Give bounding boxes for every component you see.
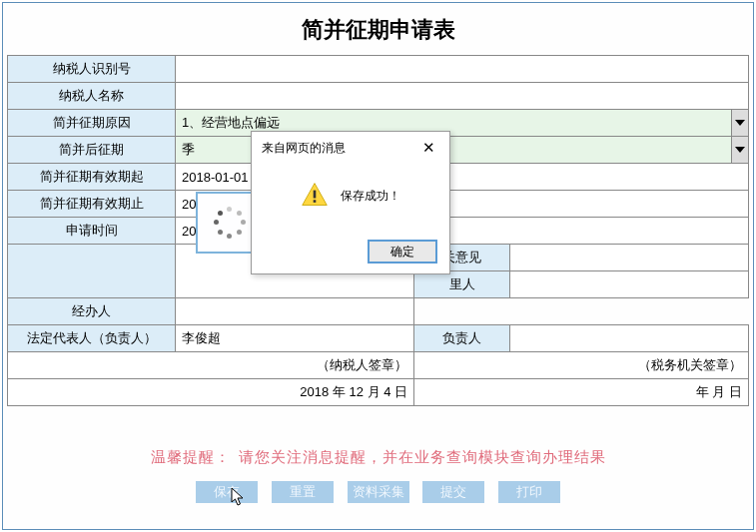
legal-rep-label: 法定代表人（负责人）	[8, 325, 176, 352]
left-date: 2018 年 12 月 4 日	[8, 379, 414, 406]
taxpayer-id-label: 纳税人识别号	[8, 56, 176, 83]
period-label: 简并后征期	[8, 137, 176, 164]
dialog-message: 保存成功！	[341, 188, 400, 205]
reminder-text: 请您关注消息提醒，并在业务查询模块查询办理结果	[239, 448, 606, 465]
reason-label: 简并征期原因	[8, 110, 176, 137]
right-date: 年 月 日	[414, 379, 749, 406]
apply-time-label: 申请时间	[8, 218, 176, 245]
legal-rep-value: 李俊超	[176, 325, 414, 352]
svg-rect-1	[314, 191, 317, 199]
reminder: 温馨提醒：请您关注消息提醒，并在业务查询模块查询办理结果	[7, 448, 749, 467]
chevron-down-icon[interactable]	[731, 110, 748, 136]
reset-button[interactable]: 重置	[272, 481, 334, 503]
reminder-label: 温馨提醒：	[151, 448, 231, 465]
valid-from-label: 简并征期有效期起	[8, 164, 176, 191]
collect-button[interactable]: 资料采集	[348, 481, 409, 503]
tax-org-stamp: （税务机关签章）	[414, 352, 749, 379]
approver-label: 里人	[414, 271, 510, 298]
button-row: 保存 重置 资料采集 提交 打印	[7, 481, 749, 503]
warning-icon	[301, 181, 329, 212]
ok-button[interactable]: 确定	[368, 240, 437, 264]
handler-value	[176, 298, 414, 325]
svg-rect-2	[314, 200, 317, 203]
responsible-value	[510, 325, 749, 352]
taxpayer-name-label: 纳税人名称	[8, 83, 176, 110]
approver-value	[510, 271, 749, 298]
spinner-icon	[214, 207, 246, 239]
taxpayer-stamp: （纳税人签章）	[8, 352, 414, 379]
alert-dialog: 来自网页的消息 ✕ 保存成功！ 确定	[251, 131, 450, 274]
period-value: 季	[182, 142, 195, 157]
handler-label: 经办人	[8, 298, 176, 325]
reason-value: 1、经营地点偏远	[182, 115, 280, 130]
opinion-right-value	[510, 245, 749, 271]
dialog-title: 来自网页的消息	[262, 140, 346, 157]
page-title: 简并征期申请表	[7, 7, 749, 55]
responsible-label: 负责人	[414, 325, 510, 352]
submit-button[interactable]: 提交	[422, 481, 484, 503]
opinion-area	[8, 245, 176, 298]
taxpayer-id-value[interactable]	[176, 56, 749, 83]
print-button[interactable]: 打印	[498, 481, 560, 503]
chevron-down-icon[interactable]	[731, 137, 748, 163]
close-icon[interactable]: ✕	[418, 139, 439, 157]
save-button[interactable]: 保存	[196, 481, 258, 503]
valid-to-label: 简并征期有效期止	[8, 191, 176, 218]
taxpayer-name-value[interactable]	[176, 83, 749, 110]
